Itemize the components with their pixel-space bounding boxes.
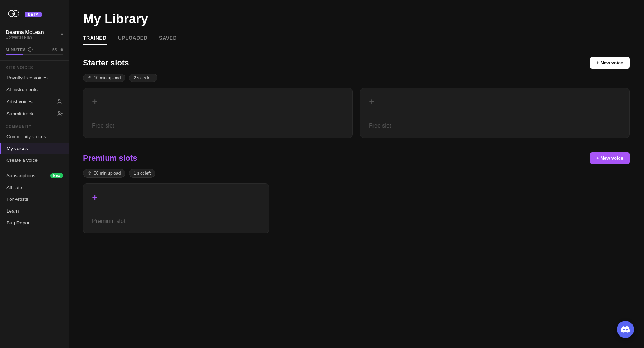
sidebar-item-bug-report[interactable]: Bug Report <box>0 217 69 229</box>
sidebar-item-submit-track[interactable]: Submit track <box>0 108 69 120</box>
starter-slots-left-tag: 2 slots left <box>129 74 157 82</box>
starter-slots-section: Starter slots + New voice ⏱ 10 min uploa… <box>83 57 630 138</box>
starter-slot-card-2[interactable]: + Free slot <box>360 88 630 138</box>
premium-slots-section: Premium slots + New voice ⏱ 60 min uploa… <box>83 152 630 233</box>
discord-icon <box>621 325 630 334</box>
sidebar-minutes: MINUTES i 55 left <box>0 44 69 61</box>
main-content: My Library TRAINED UPLOADED SAVED Starte… <box>69 0 644 348</box>
svg-point-1 <box>13 13 15 15</box>
sidebar-item-royalty-free-voices[interactable]: Royalty-free voices <box>0 72 69 84</box>
sidebar-user-info: Deanna McLean Converter Plan <box>6 29 44 39</box>
slot-plus-icon-1: + <box>92 97 98 107</box>
sidebar-item-for-artists[interactable]: For Artists <box>0 193 69 205</box>
tab-uploaded[interactable]: UPLOADED <box>118 35 148 45</box>
starter-upload-tag: ⏱ 10 min upload <box>83 74 125 82</box>
kits-logo-icon <box>6 6 21 22</box>
starter-slot-card-1[interactable]: + Free slot <box>83 88 353 138</box>
chevron-down-icon: ▾ <box>61 32 63 37</box>
person-add-icon <box>57 99 63 104</box>
starter-slot-label-2: Free slot <box>369 123 391 129</box>
premium-slots-tags: ⏱ 60 min upload 1 slot left <box>83 169 630 178</box>
premium-slots-grid: + Premium slot <box>83 183 630 233</box>
tab-saved[interactable]: SAVED <box>159 35 177 45</box>
svg-point-2 <box>58 99 60 101</box>
starter-slots-header: Starter slots + New voice <box>83 57 630 69</box>
premium-upload-tag: ⏱ 60 min upload <box>83 169 125 178</box>
starter-slots-title: Starter slots <box>83 58 129 68</box>
sidebar-item-create-a-voice[interactable]: Create a voice <box>0 154 69 166</box>
sidebar-section-community: COMMUNITY <box>0 120 69 131</box>
sidebar-item-community-voices[interactable]: Community voices <box>0 131 69 143</box>
sidebar-item-artist-voices[interactable]: Artist voices <box>0 95 69 108</box>
sidebar-user[interactable]: Deanna McLean Converter Plan ▾ <box>0 26 69 44</box>
premium-new-voice-button[interactable]: + New voice <box>590 152 630 164</box>
minutes-bar <box>6 54 63 55</box>
premium-slot-label-1: Premium slot <box>92 218 125 224</box>
minutes-info-icon: i <box>28 47 33 52</box>
minutes-left: 55 left <box>52 48 63 52</box>
sidebar: BETA Deanna McLean Converter Plan ▾ MINU… <box>0 0 69 348</box>
new-badge: New <box>50 173 63 178</box>
clock-icon: ⏱ <box>88 76 92 80</box>
sidebar-section-kits-voices: KITS VOICES <box>0 61 69 72</box>
clock-icon-premium: ⏱ <box>88 171 92 175</box>
discord-fab[interactable] <box>617 321 634 338</box>
sidebar-logo-area: BETA <box>0 0 69 26</box>
sidebar-user-plan: Converter Plan <box>6 35 44 39</box>
tab-trained[interactable]: TRAINED <box>83 35 107 45</box>
starter-slots-tags: ⏱ 10 min upload 2 slots left <box>83 74 630 82</box>
premium-slots-left-tag: 1 slot left <box>129 169 155 178</box>
sidebar-item-affiliate[interactable]: Affiliate <box>0 182 69 193</box>
slot-plus-icon-2: + <box>369 97 375 107</box>
beta-badge: BETA <box>25 12 42 17</box>
page-title: My Library <box>83 11 630 26</box>
premium-slot-plus-icon: + <box>92 192 98 202</box>
sidebar-item-ai-instruments[interactable]: AI Instruments <box>0 84 69 95</box>
premium-slots-title: Premium slots <box>83 154 137 163</box>
sidebar-item-learn[interactable]: Learn <box>0 205 69 217</box>
starter-new-voice-button[interactable]: + New voice <box>590 57 630 69</box>
person-add-icon-2 <box>57 111 63 116</box>
sidebar-user-name: Deanna McLean <box>6 29 44 35</box>
svg-point-5 <box>58 111 60 113</box>
tabs: TRAINED UPLOADED SAVED <box>83 35 630 45</box>
premium-slots-header: Premium slots + New voice <box>83 152 630 164</box>
sidebar-item-subscriptions[interactable]: Subscriptions New <box>0 170 69 182</box>
premium-slot-card-1[interactable]: + Premium slot <box>83 183 269 233</box>
minutes-label: MINUTES i <box>6 47 33 52</box>
sidebar-item-my-voices[interactable]: My voices <box>0 143 69 154</box>
starter-slots-grid: + Free slot + Free slot <box>83 88 630 138</box>
starter-slot-label-1: Free slot <box>92 123 114 129</box>
minutes-bar-fill <box>6 54 23 55</box>
